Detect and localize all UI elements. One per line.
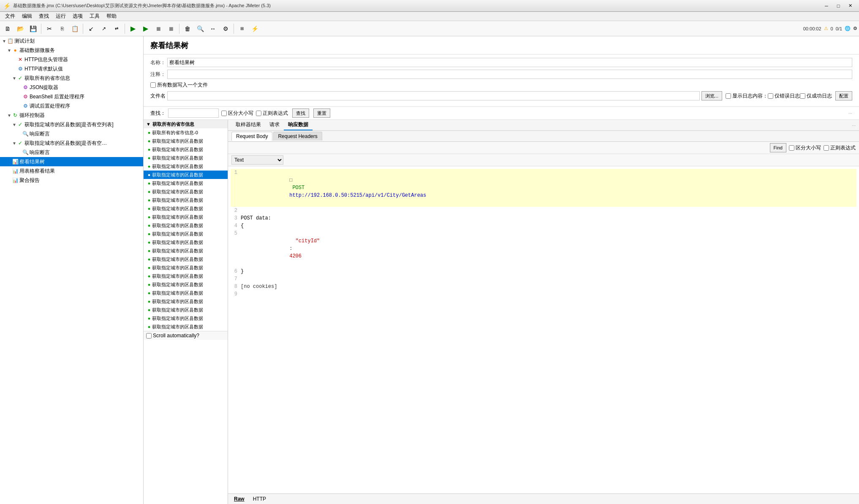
- comment-input[interactable]: [167, 70, 852, 79]
- code-view[interactable]: 1 □ POST http://192.168.0.50:5215/api/v1…: [228, 166, 859, 493]
- collapse-button[interactable]: ↗: [98, 23, 110, 35]
- list-item-8[interactable]: ● 获取指定城市的区县数据: [144, 196, 228, 204]
- tree-node-get-district2[interactable]: ▼ ✓ 获取指定城市的区县数据[是否有空列表]: [0, 138, 143, 148]
- write-file-checkbox-label[interactable]: 所有数据写入一个文件: [150, 81, 208, 89]
- find-case-checkbox[interactable]: [789, 145, 794, 151]
- tree-node-loop-ctrl[interactable]: ▼ ↻ 循环控制器: [0, 111, 143, 120]
- tree-node-table-result[interactable]: 📊 用表格察看结果: [0, 166, 143, 176]
- maximize-button[interactable]: □: [833, 2, 844, 10]
- clear-button[interactable]: 🗑: [182, 23, 193, 35]
- list-item-0[interactable]: ● 获取所有的省市信息-0: [144, 128, 228, 137]
- list-item-11[interactable]: ● 获取指定城市的区县数据: [144, 221, 228, 230]
- tree-node-json-extractor[interactable]: ⚙ JSON提取器: [0, 83, 143, 92]
- regex-checkbox[interactable]: [256, 111, 261, 116]
- menu-find[interactable]: 查找: [35, 12, 52, 21]
- tree-node-http-header[interactable]: ✕ HTTP信息头管理器: [0, 55, 143, 64]
- find-bar-button[interactable]: Find: [770, 143, 786, 152]
- tree-node-debug-post[interactable]: ⚙ 调试后置处理程序: [0, 101, 143, 111]
- tree-node-assert2[interactable]: 🔍 响应断言: [0, 148, 143, 157]
- only-success-label[interactable]: 仅成功日志: [800, 92, 832, 100]
- tab-response[interactable]: 响应数据: [284, 120, 313, 130]
- menu-help[interactable]: 帮助: [103, 12, 120, 21]
- list-item-23[interactable]: ● 获取指定城市的区县数据: [144, 322, 228, 331]
- menu-file[interactable]: 文件: [2, 12, 19, 21]
- list-item-21[interactable]: ● 获取指定城市的区县数据: [144, 306, 228, 314]
- name-input[interactable]: [167, 58, 852, 67]
- list-item-3[interactable]: ● 获取指定城市的区县数据: [144, 154, 228, 162]
- case-sensitive-checkbox[interactable]: [221, 111, 227, 116]
- list-item-19[interactable]: ● 获取指定城市的区县数据: [144, 289, 228, 297]
- find-case-label[interactable]: 区分大小写: [789, 144, 821, 152]
- tree-node-get-province[interactable]: ▼ ✓ 获取所有的省市信息: [0, 73, 143, 83]
- paste-button[interactable]: 📋: [69, 23, 81, 35]
- file-input[interactable]: [167, 91, 700, 100]
- scroll-button[interactable]: ↔: [207, 23, 219, 35]
- run-button[interactable]: ▶: [127, 23, 139, 35]
- show-log-checkbox[interactable]: [726, 93, 731, 99]
- tab-request-headers[interactable]: Request Headers: [273, 132, 322, 141]
- close-button[interactable]: ✕: [845, 2, 856, 10]
- browse-button[interactable]: 浏览...: [701, 91, 722, 100]
- bottom-tab-http[interactable]: HTTP: [250, 495, 269, 503]
- list-item-22[interactable]: ● 获取指定城市的区县数据: [144, 314, 228, 322]
- copy-button[interactable]: ⎘: [56, 23, 68, 35]
- tab-request-body[interactable]: Request Body: [231, 132, 272, 141]
- list-item-15[interactable]: ● 获取指定城市的区县数据: [144, 255, 228, 263]
- tree-node-http-default[interactable]: ⚙ HTTP请求默认值: [0, 64, 143, 73]
- list-item-20[interactable]: ● 获取指定城市的区县数据: [144, 297, 228, 306]
- list-item-10[interactable]: ● 获取指定城市的区县数据: [144, 213, 228, 221]
- find-regex-checkbox[interactable]: [824, 145, 829, 151]
- search-button[interactable]: 🔍: [194, 23, 206, 35]
- list-item-4[interactable]: ● 获取指定城市的区县数据: [144, 162, 228, 171]
- list-item-7[interactable]: ● 获取指定城市的区县数据: [144, 187, 228, 196]
- find-regex-label[interactable]: 正则表达式: [824, 144, 856, 152]
- tab-sampler-results[interactable]: 取样器结果: [231, 120, 265, 130]
- config-button[interactable]: 配置: [835, 91, 852, 100]
- list-item-5[interactable]: ● 获取指定城市的区县数据: [144, 171, 228, 179]
- stop-button[interactable]: ⏹: [152, 23, 164, 35]
- menu-run[interactable]: 运行: [52, 12, 69, 21]
- bottom-tab-raw[interactable]: Raw: [231, 495, 247, 503]
- cut-button[interactable]: ✂: [43, 23, 55, 35]
- list-item-17[interactable]: ● 获取指定城市的区县数据: [144, 272, 228, 280]
- list-item-14[interactable]: ● 获取指定城市的区县数据: [144, 247, 228, 255]
- write-file-checkbox[interactable]: [150, 82, 156, 88]
- table-button[interactable]: ⊞: [236, 23, 248, 35]
- stop-node-button[interactable]: ⏹: [165, 23, 177, 35]
- case-sensitive-label[interactable]: 区分大小写: [221, 110, 253, 117]
- only-error-checkbox[interactable]: [768, 93, 773, 99]
- tree-node-assert1[interactable]: 🔍 响应断言: [0, 129, 143, 138]
- remote-button[interactable]: ⚡: [249, 23, 261, 35]
- list-item-2[interactable]: ● 获取指定城市的区县数据: [144, 145, 228, 154]
- scroll-auto-checkbox[interactable]: [146, 333, 152, 339]
- run-node-button[interactable]: ▶: [140, 23, 152, 35]
- search-input[interactable]: [168, 108, 219, 118]
- only-error-label[interactable]: 仅错误日志: [768, 92, 800, 100]
- expand-button[interactable]: ↙: [85, 23, 97, 35]
- minimize-button[interactable]: ─: [821, 2, 832, 10]
- toggle-button[interactable]: ⇄: [111, 23, 122, 35]
- list-item-6[interactable]: ● 获取指定城市的区县数据: [144, 179, 228, 187]
- tree-node-test-plan[interactable]: ▼ 📋 测试计划: [0, 36, 143, 46]
- new-button[interactable]: 🗎: [2, 23, 14, 35]
- list-item-16[interactable]: ● 获取指定城市的区县数据: [144, 263, 228, 272]
- list-item-18[interactable]: ● 获取指定城市的区县数据: [144, 280, 228, 289]
- tree-node-agg-report[interactable]: 📊 聚合报告: [0, 176, 143, 185]
- show-log-label[interactable]: 显示日志内容：: [726, 92, 768, 100]
- format-select[interactable]: Text XML JSON HTML CSS/JQuery XPath Test…: [231, 155, 283, 165]
- menu-tools[interactable]: 工具: [86, 12, 103, 21]
- open-button[interactable]: 📂: [14, 23, 26, 35]
- menu-edit[interactable]: 编辑: [19, 12, 35, 21]
- workbench-button[interactable]: ⚙: [220, 23, 231, 35]
- list-item-9[interactable]: ● 获取指定城市的区县数据: [144, 204, 228, 213]
- only-success-checkbox[interactable]: [800, 93, 805, 99]
- list-item-12[interactable]: ● 获取指定城市的区县数据: [144, 230, 228, 238]
- regex-label[interactable]: 正则表达式: [256, 110, 288, 117]
- scroll-auto-label[interactable]: Scroll automatically?: [146, 333, 199, 339]
- find-button[interactable]: 查找: [292, 108, 309, 118]
- tree-node-get-district[interactable]: ▼ ✓ 获取指定城市的区县数据[是否有空列表]: [0, 120, 143, 129]
- reset-button[interactable]: 重置: [313, 108, 330, 118]
- tree-node-base-service[interactable]: ▼ ● 基础数据微服务: [0, 46, 143, 55]
- save-button[interactable]: 💾: [27, 23, 39, 35]
- list-item-13[interactable]: ● 获取指定城市的区县数据: [144, 238, 228, 247]
